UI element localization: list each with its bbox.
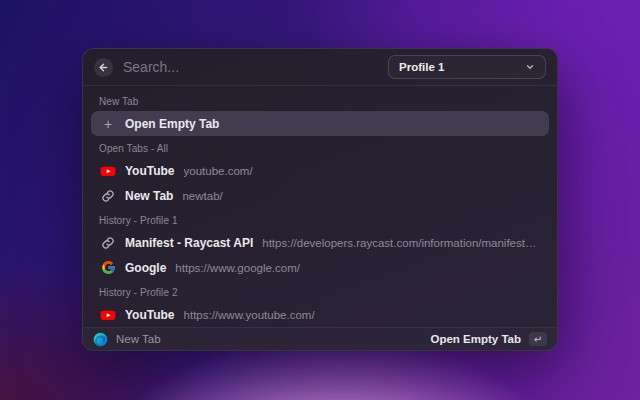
raycast-command-palette: Profile 1 New Tab+Open Empty TabOpen Tab… xyxy=(82,48,558,351)
arrow-left-icon xyxy=(98,62,109,73)
item-subtitle: youtube.com/ xyxy=(184,165,253,177)
edge-icon xyxy=(93,332,108,347)
link-icon xyxy=(100,235,116,251)
section-header: New Tab xyxy=(99,96,541,107)
item-title: Open Empty Tab xyxy=(125,117,219,131)
section-header: History - Profile 1 xyxy=(99,215,541,226)
list-item[interactable]: New Tabnewtab/ xyxy=(91,183,549,208)
item-subtitle: https://www.youtube.com/ xyxy=(184,309,315,321)
plus-icon: + xyxy=(100,116,116,132)
footer-bar: New Tab Open Empty Tab ↵ xyxy=(83,328,557,350)
item-title: YouTube xyxy=(125,164,175,178)
list-item[interactable]: +Open Empty Tab xyxy=(91,111,549,136)
list-item[interactable]: YouTubehttps://www.youtube.com/ xyxy=(91,302,549,327)
item-title: New Tab xyxy=(125,189,173,203)
item-subtitle: newtab/ xyxy=(182,190,222,202)
primary-action-label[interactable]: Open Empty Tab xyxy=(430,333,521,345)
enter-key-icon: ↵ xyxy=(529,332,547,346)
list-item[interactable]: Googlehttps://www.google.com/ xyxy=(91,255,549,280)
link-icon xyxy=(100,188,116,204)
item-title: YouTube xyxy=(125,308,175,322)
search-header: Profile 1 xyxy=(83,49,557,85)
profile-dropdown-value: Profile 1 xyxy=(399,61,444,73)
profile-dropdown[interactable]: Profile 1 xyxy=(388,55,546,79)
google-icon xyxy=(100,260,116,276)
back-button[interactable] xyxy=(94,58,113,77)
list-item[interactable]: YouTubeyoutube.com/ xyxy=(91,158,549,183)
item-title: Manifest - Raycast API xyxy=(125,236,253,250)
youtube-icon xyxy=(100,307,116,323)
footer-app-label: New Tab xyxy=(116,333,161,345)
item-title: Google xyxy=(125,261,166,275)
item-subtitle: https://www.google.com/ xyxy=(175,262,300,274)
section-header: History - Profile 2 xyxy=(99,287,541,298)
chevron-down-icon xyxy=(525,62,535,72)
section-header: Open Tabs - All xyxy=(99,143,541,154)
results-list: New Tab+Open Empty TabOpen Tabs - AllYou… xyxy=(83,86,557,327)
search-input[interactable] xyxy=(123,59,378,75)
item-subtitle: https://developers.raycast.com/informati… xyxy=(262,237,540,249)
youtube-icon xyxy=(100,163,116,179)
list-item[interactable]: Manifest - Raycast APIhttps://developers… xyxy=(91,230,549,255)
